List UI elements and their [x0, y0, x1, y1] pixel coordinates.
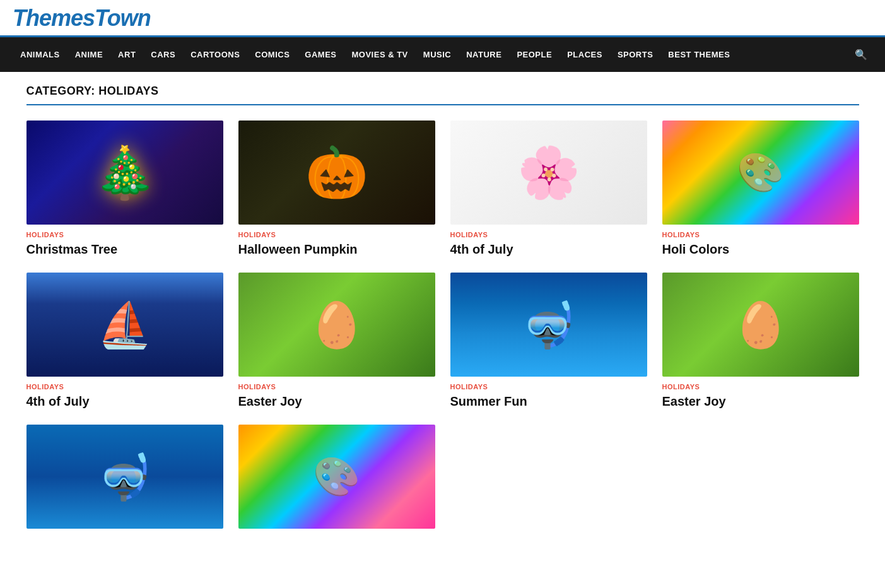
post-card-holi-colors[interactable]: HOLIDAYS Holi Colors [662, 121, 859, 257]
post-title-4th-july-1: 4th of July [450, 242, 647, 257]
post-thumbnail-4th-july-2 [26, 273, 223, 377]
post-thumbnail-colorful [238, 425, 435, 529]
post-category: HOLIDAYS [450, 231, 647, 238]
post-title-easter-joy-2: Easter Joy [662, 394, 859, 409]
post-category: HOLIDAYS [238, 383, 435, 391]
post-thumbnail-holi [662, 121, 859, 225]
post-card-4th-july-1[interactable]: HOLIDAYS 4th of July [450, 121, 647, 257]
category-heading: CATEGORY: HOLIDAYS [26, 85, 859, 105]
nav-best-themes[interactable]: BEST THEMES [660, 38, 737, 71]
nav-cars[interactable]: CARS [143, 38, 183, 71]
nav-comics[interactable]: COMICS [247, 38, 297, 71]
nav-anime[interactable]: ANIME [67, 38, 110, 71]
post-thumbnail-christmas-tree [26, 121, 223, 225]
nav-cartoons[interactable]: CARTOONS [183, 38, 247, 71]
post-card-underwater[interactable] [26, 425, 223, 535]
post-category: HOLIDAYS [26, 383, 223, 391]
post-title-christmas-tree: Christmas Tree [26, 242, 223, 257]
post-card-easter-joy-2[interactable]: HOLIDAYS Easter Joy [662, 273, 859, 409]
site-header: ThemesTown [0, 0, 885, 37]
post-category: HOLIDAYS [238, 231, 435, 238]
post-thumbnail-easter-joy-1 [238, 273, 435, 377]
nav-games[interactable]: GAMES [297, 38, 344, 71]
post-card-halloween-pumpkin[interactable]: HOLIDAYS Halloween Pumpkin [238, 121, 435, 257]
post-title-easter-joy-1: Easter Joy [238, 394, 435, 409]
posts-row-1: HOLIDAYS Christmas Tree HOLIDAYS Hallowe… [26, 121, 859, 257]
nav-animals[interactable]: ANIMALS [13, 38, 67, 71]
post-thumbnail-summer-fun [450, 273, 647, 377]
post-card-easter-joy-1[interactable]: HOLIDAYS Easter Joy [238, 273, 435, 409]
post-category: HOLIDAYS [662, 231, 859, 238]
post-thumbnail-4th-july-1 [450, 121, 647, 225]
nav-music[interactable]: MUSIC [416, 38, 459, 71]
post-thumbnail-easter-joy-2 [662, 273, 859, 377]
site-logo[interactable]: ThemesTown [13, 5, 151, 35]
nav-art[interactable]: ART [110, 38, 143, 71]
nav-people[interactable]: PEOPLE [509, 38, 560, 71]
post-card-christmas-tree[interactable]: HOLIDAYS Christmas Tree [26, 121, 223, 257]
main-nav: ANIMALS ANIME ART CARS CARTOONS COMICS G… [0, 37, 885, 72]
post-thumbnail-halloween [238, 121, 435, 225]
post-card-summer-fun[interactable]: HOLIDAYS Summer Fun [450, 273, 647, 409]
nav-movies-tv[interactable]: MOVIES & TV [344, 38, 416, 71]
post-category: HOLIDAYS [450, 383, 647, 391]
post-category: HOLIDAYS [662, 383, 859, 391]
post-card-4th-july-2[interactable]: HOLIDAYS 4th of July [26, 273, 223, 409]
posts-row-2: HOLIDAYS 4th of July HOLIDAYS Easter Joy… [26, 273, 859, 409]
posts-row-3 [26, 425, 859, 535]
post-title-holi-colors: Holi Colors [662, 242, 859, 257]
post-thumbnail-underwater [26, 425, 223, 529]
post-title-4th-july-2: 4th of July [26, 394, 223, 409]
main-content: CATEGORY: HOLIDAYS HOLIDAYS Christmas Tr… [14, 72, 872, 548]
post-title-summer-fun: Summer Fun [450, 394, 647, 409]
post-card-colorful[interactable] [238, 425, 435, 535]
nav-sports[interactable]: SPORTS [610, 38, 660, 71]
nav-nature[interactable]: NATURE [459, 38, 509, 71]
post-title-halloween-pumpkin: Halloween Pumpkin [238, 242, 435, 257]
search-icon[interactable]: 🔍 [850, 37, 872, 72]
post-category: HOLIDAYS [26, 231, 223, 238]
nav-places[interactable]: PLACES [560, 38, 610, 71]
